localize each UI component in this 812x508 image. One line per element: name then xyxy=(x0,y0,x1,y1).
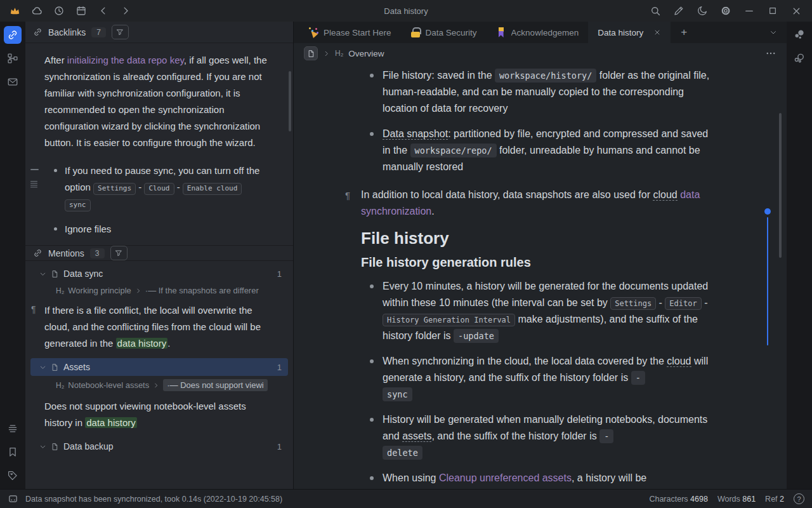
back-icon[interactable] xyxy=(97,4,110,17)
editor-list-item[interactable]: File history: saved in the workspace/his… xyxy=(361,67,711,117)
party-popper-icon xyxy=(308,27,318,37)
dock-inbox-mail-button[interactable] xyxy=(4,73,22,91)
tab-please-start-here[interactable]: Please Start Here xyxy=(299,22,401,43)
sync-status-icon[interactable] xyxy=(8,493,18,504)
data-history-icon[interactable] xyxy=(53,4,65,17)
editor-list-item[interactable]: History will be generated when manually … xyxy=(361,411,711,461)
backlinks-filter-button[interactable] xyxy=(112,25,129,39)
mention-block-paragraph[interactable]: Does not support viewing notebook-level … xyxy=(25,393,293,436)
editor-heading-2[interactable]: File history xyxy=(361,230,787,246)
characters-count: Characters 4698 xyxy=(649,495,707,504)
close-button[interactable] xyxy=(790,4,802,17)
breadcrumb: H₂ Overview xyxy=(294,43,787,64)
backlink-icon xyxy=(33,27,43,37)
forward-icon[interactable] xyxy=(119,4,132,17)
editor-list-item[interactable]: When using Cleanup unreferenced assets, … xyxy=(361,470,711,486)
mentions-count-badge: 3 xyxy=(90,248,105,258)
chevron-right-icon xyxy=(135,288,141,294)
document-icon xyxy=(51,363,59,371)
mentions-filter-button[interactable] xyxy=(110,246,128,260)
tab-bar: Please Start Here Data Security Acknowle… xyxy=(294,22,787,43)
search-icon[interactable] xyxy=(649,4,662,17)
document-editor[interactable]: File history: saved in the workspace/his… xyxy=(294,64,787,489)
mentions-title: Mentions xyxy=(48,248,84,258)
editor-scrollbar[interactable] xyxy=(779,113,782,258)
edit-pencil-icon[interactable] xyxy=(672,4,685,17)
backlink-block-list-item[interactable]: Ignore files xyxy=(25,220,293,239)
dock-graph-bubbles-button[interactable] xyxy=(790,50,808,67)
maximize-button[interactable] xyxy=(766,4,779,17)
editor-list-item[interactable]: Data snapshot: partitioned by file, encr… xyxy=(361,126,711,175)
titlebar: Data history xyxy=(0,0,812,22)
left-dock xyxy=(0,22,25,489)
right-dock xyxy=(787,22,812,489)
editor-heading-3[interactable]: File history generation rules xyxy=(361,254,787,271)
status-message: Data snapshot has been synchronized, too… xyxy=(25,495,282,504)
app-window: { "titlebar": { "title": "Data history",… xyxy=(0,0,812,508)
mention-doc-row[interactable]: Data backup 1 xyxy=(30,438,288,455)
new-tab-button[interactable]: + xyxy=(671,22,697,43)
dock-graph-button[interactable] xyxy=(4,50,22,67)
ribbon-icon xyxy=(496,27,506,37)
mention-breadcrumb-row[interactable]: H₂ Working principle ·— If the snapshots… xyxy=(25,284,293,297)
editor-list-item[interactable]: Every 10 minutes, a history will be gene… xyxy=(361,278,711,344)
panel-scrollbar[interactable] xyxy=(289,71,291,131)
tab-acknowledgements[interactable]: Acknowledgemen xyxy=(487,22,589,43)
backlink-block-list-item[interactable]: If you need to pause sync, you can turn … xyxy=(25,161,293,213)
chevron-down-icon[interactable] xyxy=(39,443,46,450)
ref-count: Ref 2 xyxy=(765,495,784,504)
lock-icon xyxy=(410,27,421,37)
breadcrumb-heading[interactable]: Overview xyxy=(348,49,384,58)
editor-paragraph[interactable]: In addition to local data history, data … xyxy=(361,187,716,220)
mention-doc-row-selected[interactable]: Assets 1 xyxy=(30,358,288,376)
mention-block-paragraph[interactable]: If there is a file conflict, the local w… xyxy=(25,297,293,357)
status-bar: Data snapshot has been synchronized, too… xyxy=(0,489,812,508)
chevron-right-icon xyxy=(153,382,159,389)
breadcrumb-heading-level: H₂ xyxy=(335,49,343,58)
chevron-right-icon xyxy=(323,50,330,57)
doc-icon-button[interactable] xyxy=(304,46,318,60)
editor-area: Please Start Here Data Security Acknowle… xyxy=(294,22,787,489)
dock-bookmark-button[interactable] xyxy=(4,443,22,461)
chevron-down-icon[interactable] xyxy=(39,364,46,371)
backlinks-title: Backlinks xyxy=(48,27,86,37)
help-icon[interactable] xyxy=(794,493,804,504)
block-focus-indicator xyxy=(764,208,771,215)
mention-doc-row[interactable]: Data sync 1 xyxy=(30,265,288,283)
block-more-button[interactable] xyxy=(765,48,776,59)
dock-backlinks-button[interactable] xyxy=(4,26,22,44)
dock-outline-button[interactable] xyxy=(4,420,22,438)
document-icon xyxy=(51,270,59,278)
dock-backlinks-bubbles-button[interactable] xyxy=(790,26,808,44)
cloud-sync-icon[interactable] xyxy=(30,4,43,17)
dock-tag-button[interactable] xyxy=(4,467,22,485)
editor-list-item[interactable]: When synchronizing in the cloud, the loc… xyxy=(361,353,711,403)
app-logo-crown-icon[interactable] xyxy=(8,4,21,17)
close-tab-icon[interactable] xyxy=(653,29,661,36)
tab-list-button[interactable] xyxy=(760,22,787,43)
dark-mode-moon-icon[interactable] xyxy=(696,4,709,17)
document-icon xyxy=(51,443,59,451)
daily-note-calendar-icon[interactable] xyxy=(75,4,88,17)
mention-breadcrumb-row[interactable]: H₂ Notebook-level assets ·— Does not sup… xyxy=(25,377,293,393)
backlinks-content: After initializing the data repo key, if… xyxy=(25,43,293,489)
backlinks-header: Backlinks 7 xyxy=(25,22,293,43)
mentions-header: Mentions 3 xyxy=(25,245,293,261)
words-count: Words 861 xyxy=(717,495,756,504)
backlink-block-paragraph[interactable]: After initializing the data repo key, if… xyxy=(25,43,293,154)
minimize-button[interactable] xyxy=(743,4,756,17)
settings-gear-icon[interactable] xyxy=(719,4,732,17)
tab-data-security[interactable]: Data Security xyxy=(401,22,487,43)
tab-data-history[interactable]: Data history xyxy=(588,22,671,43)
block-focus-line xyxy=(767,217,768,345)
backlink-icon xyxy=(33,248,43,258)
backlinks-panel: Backlinks 7 After initializing the data … xyxy=(25,22,294,489)
chevron-down-icon[interactable] xyxy=(39,271,46,277)
backlinks-count-badge: 7 xyxy=(91,27,106,37)
